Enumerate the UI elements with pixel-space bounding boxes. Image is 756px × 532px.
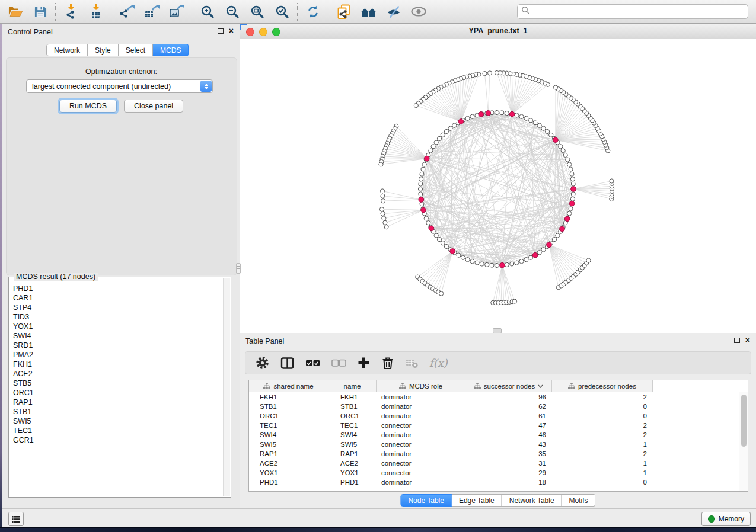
save-icon[interactable] xyxy=(32,4,49,20)
hide-panels-icon[interactable] xyxy=(385,4,402,20)
mcds-result-item[interactable]: GCR1 xyxy=(13,435,223,445)
export-network-icon[interactable] xyxy=(119,4,135,20)
table-tab-node-table[interactable]: Node Table xyxy=(400,494,452,507)
mcds-result-item[interactable]: CAR1 xyxy=(13,293,223,303)
sort-desc-icon xyxy=(538,384,543,388)
zoom-out-icon[interactable] xyxy=(224,4,241,20)
mcds-result-item[interactable]: STP4 xyxy=(13,303,223,312)
cell-name: SWI4 xyxy=(328,430,377,440)
toolbar-separator xyxy=(55,3,56,21)
vertical-splitter-handle[interactable] xyxy=(236,263,241,274)
export-table-icon[interactable] xyxy=(143,4,160,20)
mcds-result-item[interactable]: TID3 xyxy=(13,312,223,322)
run-mcds-button[interactable]: Run MCDS xyxy=(59,100,117,113)
delete-column-icon[interactable] xyxy=(381,356,394,370)
table-scrollbar-thumb[interactable] xyxy=(741,395,747,447)
table-row[interactable]: YOX1YOX1connector291 xyxy=(249,468,739,477)
table-row[interactable]: RAP1RAP1dominator352 xyxy=(249,449,739,459)
table-row[interactable]: STB1STB1dominator620 xyxy=(249,402,739,411)
table-row[interactable]: FKH1FKH1dominator962 xyxy=(249,392,739,402)
tab-mcds[interactable]: MCDS xyxy=(153,44,189,56)
mcds-result-item[interactable]: STB5 xyxy=(13,379,223,388)
open-folder-icon[interactable] xyxy=(7,4,24,20)
network-view-window: YPA_prune.txt_1 xyxy=(240,24,756,333)
close-table-panel-icon[interactable]: × xyxy=(745,336,750,344)
column-header-name[interactable]: name xyxy=(328,380,377,392)
houses-icon[interactable] xyxy=(361,4,377,20)
zoom-selected-icon[interactable] xyxy=(274,4,291,20)
mcds-result-item[interactable]: FKH1 xyxy=(13,360,223,369)
column-header-successor-nodes[interactable]: successor nodes xyxy=(465,380,552,392)
mcds-result-item[interactable]: ACE2 xyxy=(13,369,223,379)
tab-network[interactable]: Network xyxy=(46,44,88,56)
tab-select[interactable]: Select xyxy=(119,44,153,56)
column-view-icon[interactable] xyxy=(280,356,294,370)
table-toolbar: f(x) xyxy=(245,351,751,374)
cell-name: ORC1 xyxy=(328,411,377,421)
zoom-in-icon[interactable] xyxy=(199,4,216,20)
import-network-icon[interactable] xyxy=(63,4,79,20)
settings-gear-icon[interactable] xyxy=(256,356,269,370)
select-all-icon[interactable] xyxy=(305,356,320,370)
table-body: FKH1FKH1dominator962STB1STB1dominator620… xyxy=(249,392,739,491)
mcds-result-item[interactable]: SWI5 xyxy=(13,416,223,426)
add-column-icon[interactable] xyxy=(358,356,370,370)
cell-shared-name: ORC1 xyxy=(249,411,328,421)
mcds-result-item[interactable]: PHD1 xyxy=(13,284,223,293)
dropdown-stepper-icon xyxy=(200,81,212,92)
close-panel-icon[interactable]: × xyxy=(229,27,234,34)
close-panel-button[interactable]: Close panel xyxy=(124,100,183,113)
criterion-dropdown[interactable]: largest connected component (undirected) xyxy=(26,79,213,93)
cell-shared-name: ACE2 xyxy=(249,459,328,468)
mcds-result-item[interactable]: YOX1 xyxy=(13,322,223,331)
table-row[interactable]: TEC1TEC1connector472 xyxy=(249,421,739,430)
table-tab-edge-table[interactable]: Edge Table xyxy=(452,494,502,507)
network-canvas[interactable] xyxy=(240,39,756,333)
table-row[interactable]: SWI4SWI4dominator462 xyxy=(249,430,739,440)
memory-label: Memory xyxy=(719,515,744,523)
cell-MCDS-role: dominator xyxy=(377,449,465,459)
network-graph xyxy=(240,39,755,332)
table-row[interactable]: PHD1PHD1dominator180 xyxy=(249,477,739,487)
search-box[interactable] xyxy=(517,4,748,19)
column-header-predecessor-nodes[interactable]: predecessor nodes xyxy=(552,380,653,392)
tab-style[interactable]: Style xyxy=(88,44,119,56)
mcds-result-item[interactable]: SRD1 xyxy=(13,341,223,350)
table-tab-network-table[interactable]: Network Table xyxy=(502,494,562,507)
mcds-result-item[interactable]: RAP1 xyxy=(13,398,223,407)
task-history-button[interactable] xyxy=(8,512,24,526)
table-scrollbar[interactable] xyxy=(739,392,748,491)
refresh-icon[interactable] xyxy=(305,4,321,20)
eye-icon[interactable] xyxy=(410,4,427,20)
float-panel-icon[interactable] xyxy=(218,28,224,34)
search-input[interactable] xyxy=(530,7,748,17)
table-panel-titlebar: Table Panel × xyxy=(240,333,756,348)
list-icon xyxy=(11,515,21,524)
result-list-scrollbar[interactable] xyxy=(223,278,230,496)
control-panel-tabs: NetworkStyleSelectMCDS xyxy=(46,44,189,56)
table-tab-motifs[interactable]: Motifs xyxy=(562,494,596,507)
column-header-shared-name[interactable]: shared name xyxy=(249,380,328,392)
table-row[interactable]: ORC1ORC1dominator610 xyxy=(249,411,739,421)
mcds-result-item[interactable]: TEC1 xyxy=(13,426,223,435)
cell-shared-name: FKH1 xyxy=(249,392,328,402)
document-share-icon[interactable] xyxy=(336,4,352,20)
mcds-result-item[interactable]: STB1 xyxy=(13,407,223,416)
search-icon xyxy=(521,6,530,17)
mcds-result-item[interactable]: ORC1 xyxy=(13,388,223,398)
application-window: Control Panel × NetworkStyleSelectMCDS O… xyxy=(0,0,756,532)
cell-name: FKH1 xyxy=(328,392,377,402)
deselect-all-icon[interactable] xyxy=(331,356,346,370)
memory-button[interactable]: Memory xyxy=(701,512,751,526)
zoom-fit-icon[interactable] xyxy=(249,4,266,20)
cell-MCDS-role: connector xyxy=(377,440,465,449)
desktop-wallpaper-bottom xyxy=(0,527,756,532)
import-table-icon[interactable] xyxy=(88,4,104,20)
table-row[interactable]: SWI5SWI5connector431 xyxy=(249,440,739,449)
export-image-icon[interactable] xyxy=(168,4,185,20)
float-table-panel-icon[interactable] xyxy=(734,338,740,343)
mcds-result-item[interactable]: PMA2 xyxy=(13,350,223,360)
column-header-MCDS-role[interactable]: MCDS role xyxy=(377,380,465,392)
table-row[interactable]: ACE2ACE2connector311 xyxy=(249,459,739,468)
mcds-result-item[interactable]: SWI4 xyxy=(13,331,223,341)
